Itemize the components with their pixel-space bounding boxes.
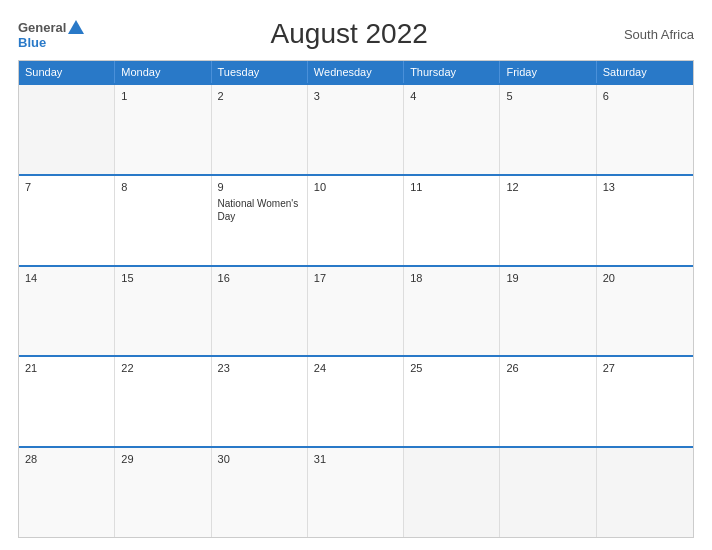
day-number: 12 [506, 181, 589, 193]
day-number: 9 [218, 181, 301, 193]
day-number: 8 [121, 181, 204, 193]
day-cell: 19 [500, 267, 596, 356]
day-cell: 14 [19, 267, 115, 356]
day-number: 15 [121, 272, 204, 284]
logo: General Blue [18, 20, 84, 49]
day-cell: 12 [500, 176, 596, 265]
weeks-container: 123456789National Women's Day10111213141… [19, 83, 693, 537]
day-number: 31 [314, 453, 397, 465]
day-number: 1 [121, 90, 204, 102]
day-number: 11 [410, 181, 493, 193]
calendar: SundayMondayTuesdayWednesdayThursdayFrid… [18, 60, 694, 538]
day-number: 28 [25, 453, 108, 465]
day-cell: 27 [597, 357, 693, 446]
day-number: 21 [25, 362, 108, 374]
day-cell: 16 [212, 267, 308, 356]
day-cell: 23 [212, 357, 308, 446]
day-cell: 18 [404, 267, 500, 356]
week-row-5: 28293031 [19, 446, 693, 537]
day-number: 16 [218, 272, 301, 284]
day-cell [500, 448, 596, 537]
day-cell: 21 [19, 357, 115, 446]
day-number: 26 [506, 362, 589, 374]
day-cell: 13 [597, 176, 693, 265]
day-cell: 1 [115, 85, 211, 174]
day-header-tuesday: Tuesday [212, 61, 308, 83]
day-header-monday: Monday [115, 61, 211, 83]
week-row-3: 14151617181920 [19, 265, 693, 356]
day-cell: 25 [404, 357, 500, 446]
day-cell: 31 [308, 448, 404, 537]
day-number: 5 [506, 90, 589, 102]
day-number: 7 [25, 181, 108, 193]
day-cell [19, 85, 115, 174]
day-cell: 7 [19, 176, 115, 265]
day-cell: 24 [308, 357, 404, 446]
day-number: 30 [218, 453, 301, 465]
day-cell: 3 [308, 85, 404, 174]
day-cell: 8 [115, 176, 211, 265]
country-label: South Africa [614, 27, 694, 42]
logo-general: General [18, 21, 66, 34]
day-cell [597, 448, 693, 537]
logo-blue: Blue [18, 36, 46, 49]
day-number: 6 [603, 90, 687, 102]
day-number: 22 [121, 362, 204, 374]
day-number: 23 [218, 362, 301, 374]
week-row-4: 21222324252627 [19, 355, 693, 446]
day-number: 2 [218, 90, 301, 102]
day-cell: 5 [500, 85, 596, 174]
day-cell: 4 [404, 85, 500, 174]
page-title: August 2022 [84, 18, 614, 50]
day-number: 10 [314, 181, 397, 193]
day-cell: 6 [597, 85, 693, 174]
day-headers-row: SundayMondayTuesdayWednesdayThursdayFrid… [19, 61, 693, 83]
day-cell: 2 [212, 85, 308, 174]
day-number: 17 [314, 272, 397, 284]
day-cell: 30 [212, 448, 308, 537]
day-cell: 9National Women's Day [212, 176, 308, 265]
week-row-2: 789National Women's Day10111213 [19, 174, 693, 265]
day-number: 25 [410, 362, 493, 374]
calendar-page: General Blue August 2022 South Africa Su… [0, 0, 712, 550]
day-number: 14 [25, 272, 108, 284]
day-cell: 10 [308, 176, 404, 265]
day-header-friday: Friday [500, 61, 596, 83]
day-number: 4 [410, 90, 493, 102]
day-number: 3 [314, 90, 397, 102]
day-cell: 20 [597, 267, 693, 356]
day-cell [404, 448, 500, 537]
week-row-1: 123456 [19, 83, 693, 174]
day-header-thursday: Thursday [404, 61, 500, 83]
day-cell: 17 [308, 267, 404, 356]
day-number: 24 [314, 362, 397, 374]
day-number: 19 [506, 272, 589, 284]
day-cell: 22 [115, 357, 211, 446]
logo-triangle-icon [68, 20, 84, 34]
day-cell: 28 [19, 448, 115, 537]
day-number: 13 [603, 181, 687, 193]
day-header-wednesday: Wednesday [308, 61, 404, 83]
day-cell: 26 [500, 357, 596, 446]
day-header-saturday: Saturday [597, 61, 693, 83]
event-label: National Women's Day [218, 197, 301, 223]
day-number: 29 [121, 453, 204, 465]
day-number: 18 [410, 272, 493, 284]
day-number: 20 [603, 272, 687, 284]
day-header-sunday: Sunday [19, 61, 115, 83]
day-cell: 15 [115, 267, 211, 356]
day-number: 27 [603, 362, 687, 374]
day-cell: 11 [404, 176, 500, 265]
day-cell: 29 [115, 448, 211, 537]
header: General Blue August 2022 South Africa [18, 18, 694, 50]
